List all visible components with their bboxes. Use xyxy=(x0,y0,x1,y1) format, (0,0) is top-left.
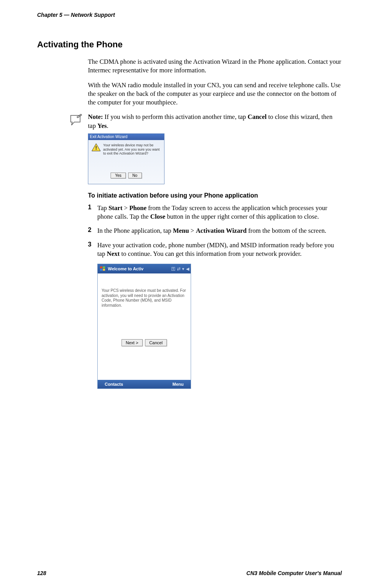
list-item: 2 In the Phone application, tap Menu > A… xyxy=(88,227,342,235)
note-block: Note: If you wish to perform this activa… xyxy=(68,113,342,130)
dialog-buttons: Yes No xyxy=(88,173,164,182)
activation-wizard-screenshot: Welcome to Activ ⚿ ⇄ ▾ ◀ Your PCS wirele… xyxy=(97,264,191,389)
menu-softkey[interactable]: Menu xyxy=(172,382,184,387)
exit-wizard-dialog-screenshot: Exit Activation Wizard Your wireless dev… xyxy=(88,133,164,184)
no-button[interactable]: No xyxy=(128,173,142,178)
signal-icon: ▾ xyxy=(182,266,184,272)
dialog-message: Your wireless device may not be activate… xyxy=(103,143,161,156)
step-text: In the Phone application, tap Menu > Act… xyxy=(97,227,326,235)
volume-icon: ◀ xyxy=(186,266,189,272)
svg-rect-2 xyxy=(100,266,102,268)
chapter-label: Chapter 5 — Network Support xyxy=(37,12,115,18)
phone-title: Welcome to Activ xyxy=(108,266,171,271)
page-footer: 128 CN3 Mobile Computer User's Manual xyxy=(37,570,342,576)
phone-button-row: Next > Cancel xyxy=(98,339,191,346)
note-label: Note: xyxy=(88,113,103,120)
list-item: 1 Tap Start > Phone from the Today scree… xyxy=(88,204,342,221)
note-icon xyxy=(68,113,84,127)
note-text-1: If you wish to perform this activation a… xyxy=(103,113,247,120)
svg-rect-4 xyxy=(100,269,102,271)
step-text: Have your activation code, phone number … xyxy=(97,241,342,259)
paragraph-2: With the WAN radio module installed in y… xyxy=(88,81,342,107)
phone-softkey-bar: Contacts Menu xyxy=(98,380,191,388)
next-button[interactable]: Next > xyxy=(122,339,143,346)
step-text: Tap Start > Phone from the Today screen … xyxy=(97,204,342,221)
step-number: 1 xyxy=(88,204,97,221)
dialog-titlebar: Exit Activation Wizard xyxy=(88,134,164,140)
note-cancel: Cancel xyxy=(248,113,267,120)
svg-rect-1 xyxy=(96,149,97,150)
manual-title: CN3 Mobile Computer User's Manual xyxy=(247,570,342,576)
cancel-button[interactable]: Cancel xyxy=(145,339,167,346)
section-title: Activating the Phone xyxy=(37,40,342,50)
sync-icon: ⇄ xyxy=(177,266,181,272)
windows-start-icon[interactable] xyxy=(99,265,106,272)
note-yes: Yes xyxy=(97,122,107,129)
phone-body-text: Your PCS wireless device must be activat… xyxy=(98,273,191,312)
phone-titlebar: Welcome to Activ ⚿ ⇄ ▾ ◀ xyxy=(98,264,191,273)
phone-status-icons: ⚿ ⇄ ▾ ◀ xyxy=(171,266,189,272)
page-header: Chapter 5 — Network Support xyxy=(37,12,342,18)
dialog-body: Your wireless device may not be activate… xyxy=(88,140,164,159)
content-area: The CDMA phone is activated using the Ac… xyxy=(88,58,342,389)
step-number: 3 xyxy=(88,241,97,259)
paragraph-1: The CDMA phone is activated using the Ac… xyxy=(88,58,342,75)
step-list: 1 Tap Start > Phone from the Today scree… xyxy=(88,204,342,258)
note-text: Note: If you wish to perform this activa… xyxy=(88,113,342,130)
key-icon: ⚿ xyxy=(171,266,175,272)
sub-heading: To initiate activation before using your… xyxy=(88,192,342,199)
page-number: 128 xyxy=(37,570,46,576)
yes-button[interactable]: Yes xyxy=(111,173,125,178)
note-text-3: . xyxy=(107,122,108,129)
svg-rect-0 xyxy=(96,146,97,149)
list-item: 3 Have your activation code, phone numbe… xyxy=(88,241,342,259)
warning-icon xyxy=(91,143,101,152)
svg-rect-5 xyxy=(103,269,105,271)
svg-rect-3 xyxy=(103,266,105,268)
contacts-softkey[interactable]: Contacts xyxy=(105,382,123,387)
step-number: 2 xyxy=(88,227,97,235)
